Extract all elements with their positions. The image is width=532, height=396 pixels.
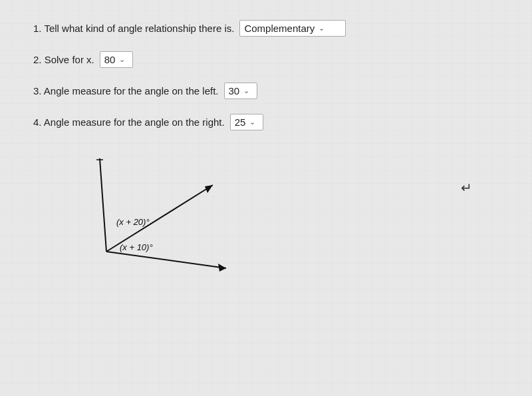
question-3-answer: 30 [229, 85, 240, 97]
question-3-text: 3. Angle measure for the angle on the le… [33, 85, 219, 97]
svg-text:(x + 10)°: (x + 10)° [120, 242, 153, 252]
question-3-dropdown[interactable]: 30 ⌄ [224, 83, 257, 99]
svg-line-4 [106, 252, 226, 268]
question-1-answer: Complementary [244, 23, 315, 34]
question-2-answer: 80 [104, 54, 116, 65]
question-4-answer: 25 [235, 116, 246, 128]
main-content: 1. Tell what kind of angle relationship … [0, 0, 532, 298]
svg-marker-5 [218, 264, 226, 272]
question-4-text: 4. Angle measure for the angle on the ri… [33, 116, 225, 128]
question-1-text: 1. Tell what kind of angle relationship … [33, 23, 234, 34]
question-2-dropdown[interactable]: 80 ⌄ [100, 51, 133, 68]
question-4-row: 4. Angle measure for the angle on the ri… [33, 114, 499, 130]
chevron-down-icon: ⌄ [119, 55, 128, 64]
question-2-row: 2. Solve for x. 80 ⌄ [33, 51, 499, 68]
chevron-down-icon: ⌄ [249, 118, 258, 126]
svg-text:(x + 20)°: (x + 20)° [116, 217, 150, 227]
angle-diagram: (x + 20)° (x + 10)° [60, 145, 246, 278]
question-4-dropdown[interactable]: 25 ⌄ [230, 114, 263, 130]
question-2-text: 2. Solve for x. [33, 54, 94, 65]
question-1-row: 1. Tell what kind of angle relationship … [33, 20, 499, 37]
svg-line-0 [100, 158, 106, 252]
chevron-down-icon: ⌄ [243, 87, 252, 95]
question-3-row: 3. Angle measure for the angle on the le… [33, 83, 499, 99]
chevron-down-icon: ⌄ [319, 24, 341, 33]
svg-marker-3 [205, 185, 213, 193]
question-1-dropdown[interactable]: Complementary ⌄ [239, 20, 346, 37]
